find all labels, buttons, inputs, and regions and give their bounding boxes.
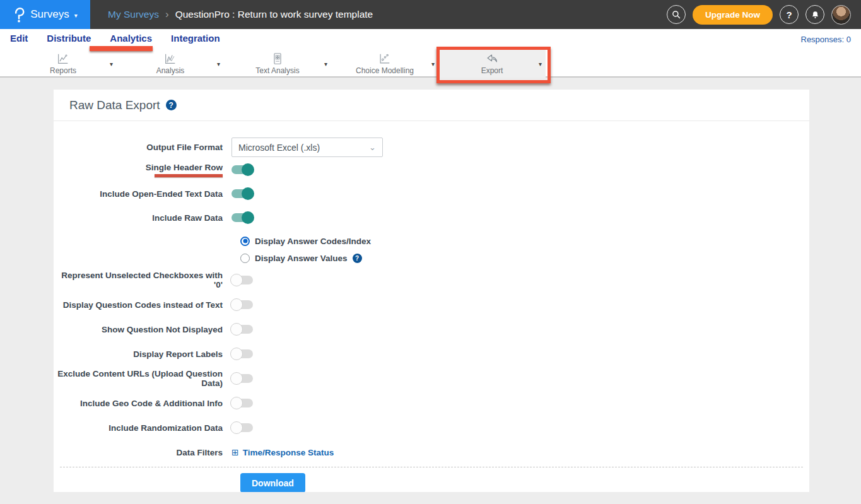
upgrade-now-button[interactable]: Upgrade Now — [693, 5, 773, 25]
toolbar-reports[interactable]: Reports ▾ — [9, 49, 117, 78]
question-not-displayed-toggle[interactable] — [231, 325, 253, 334]
report-labels-toggle[interactable] — [231, 349, 253, 358]
app-window: Surveys ▾ My Surveys › QuestionPro : Ret… — [0, 0, 861, 504]
responses-count: Responses: 0 — [801, 35, 852, 44]
field-label: Include Open-Ended Text Data — [54, 189, 231, 199]
toggle-knob — [230, 274, 243, 286]
field-label: Include Geo Code & Additional Info — [54, 399, 231, 408]
document-grid-icon — [271, 52, 284, 66]
question-codes-toggle[interactable] — [231, 300, 253, 309]
include-raw-data-toggle[interactable] — [231, 213, 253, 222]
toggle-knob — [230, 397, 243, 409]
raw-data-export-panel: Raw Data Export ? Output File Format Mic… — [54, 90, 809, 492]
geo-code-toggle[interactable] — [231, 399, 253, 407]
raw-data-row: Include Raw Data — [54, 211, 809, 224]
help-button[interactable]: ? — [780, 5, 799, 24]
header-actions: Upgrade Now ? — [667, 5, 861, 25]
toolbar-analysis[interactable]: Analysis ▾ — [117, 49, 224, 78]
scatter-chart-icon — [378, 52, 392, 66]
product-menu-label: Surveys — [30, 8, 69, 21]
toolbar-choice-modelling[interactable]: Choice Modelling ▾ — [331, 49, 438, 78]
expand-plus-icon: ⊞ — [231, 447, 239, 457]
top-header: Surveys ▾ My Surveys › QuestionPro : Ret… — [0, 0, 861, 29]
analytics-toolbar: Reports ▾ Analysis ▾ Text Analysis ▾ Cho… — [0, 49, 861, 78]
breadcrumb-separator-icon: › — [165, 8, 169, 21]
text-analysis-dropdown-caret[interactable]: ▾ — [324, 60, 327, 67]
tab-integration[interactable]: Integration — [171, 29, 220, 49]
unselected-checkboxes-toggle[interactable] — [231, 276, 253, 284]
field-label: Exclude Content URLs (Upload Question Da… — [54, 369, 231, 388]
download-row: Download — [240, 473, 809, 492]
field-label: Data Filters — [54, 448, 231, 457]
breadcrumb: My Surveys › QuestionPro : Return to wor… — [108, 8, 373, 21]
report-labels-row: Display Report Labels — [54, 348, 809, 360]
field-label: Display Question Codes instead of Text — [54, 300, 231, 310]
export-arrow-icon — [485, 52, 499, 66]
toggle-knob — [230, 372, 243, 385]
toolbar-export[interactable]: Export ▾ — [438, 49, 546, 78]
questionpro-logo-icon — [13, 6, 25, 23]
multi-line-chart-icon — [163, 52, 177, 66]
randomization-data-row: Include Randomization Data — [54, 421, 809, 434]
bell-icon — [811, 10, 820, 20]
time-response-status-label: Time/Response Status — [243, 448, 334, 457]
single-header-row-toggle[interactable] — [231, 165, 253, 174]
user-avatar[interactable] — [831, 5, 851, 25]
exclude-content-urls-row: Exclude Content URLs (Upload Question Da… — [54, 372, 809, 385]
notifications-button[interactable] — [805, 5, 824, 24]
answer-values-help-icon[interactable]: ? — [353, 254, 362, 263]
open-ended-row: Include Open-Ended Text Data — [54, 187, 809, 200]
export-dropdown-caret[interactable]: ▾ — [539, 60, 542, 67]
answer-values-radio-option[interactable]: Display Answer Values ? — [240, 252, 809, 264]
single-header-row: Single Header Row — [54, 163, 809, 176]
randomization-data-toggle[interactable] — [231, 423, 253, 432]
search-button[interactable] — [667, 5, 686, 24]
toggle-knob — [230, 421, 243, 434]
analysis-dropdown-caret[interactable]: ▾ — [217, 60, 220, 67]
output-format-row: Output File Format Microsoft Excel (.xls… — [54, 138, 809, 157]
chevron-down-icon: ▾ — [74, 12, 78, 19]
exclude-content-urls-toggle[interactable] — [231, 374, 253, 383]
breadcrumb-my-surveys[interactable]: My Surveys — [108, 9, 159, 20]
panel-header: Raw Data Export ? — [54, 90, 809, 121]
panel-help-icon[interactable]: ? — [166, 100, 177, 110]
tab-distribute[interactable]: Distribute — [47, 29, 91, 49]
unselected-checkboxes-row: Represent Unselected Checkboxes with '0' — [54, 274, 809, 286]
toolbar-text-analysis-label: Text Analysis — [255, 66, 299, 75]
answer-codes-radio-option[interactable]: Display Answer Codes/Index — [240, 235, 809, 247]
toolbar-choice-modelling-label: Choice Modelling — [356, 66, 414, 75]
chevron-down-icon: ⌄ — [369, 143, 376, 152]
dashed-divider — [60, 467, 803, 467]
question-not-displayed-row: Show Question Not Displayed — [54, 323, 809, 336]
toolbar-text-analysis[interactable]: Text Analysis ▾ — [224, 49, 331, 78]
include-open-ended-toggle[interactable] — [231, 189, 253, 198]
question-mark-icon: ? — [786, 9, 792, 20]
radio-label: Display Answer Values — [255, 254, 348, 263]
download-button[interactable]: Download — [240, 473, 305, 492]
toggle-knob — [242, 211, 254, 224]
toolbar-export-label: Export — [481, 66, 503, 75]
field-label: Show Question Not Displayed — [54, 325, 231, 334]
radio-unselected-icon — [240, 254, 250, 263]
tab-analytics[interactable]: Analytics — [110, 29, 152, 49]
toggle-knob — [242, 163, 254, 176]
panel-title: Raw Data Export — [69, 98, 160, 112]
field-label: Include Randomization Data — [54, 423, 231, 433]
field-label: Output File Format — [54, 143, 231, 152]
line-chart-icon — [56, 52, 70, 66]
field-label: Display Report Labels — [54, 349, 231, 359]
field-label-annotated: Single Header Row — [54, 163, 231, 177]
product-menu[interactable]: Surveys ▾ — [0, 0, 90, 29]
time-response-status-link[interactable]: ⊞ Time/Response Status — [231, 447, 334, 457]
tab-edit[interactable]: Edit — [10, 29, 28, 49]
field-label: Represent Unselected Checkboxes with '0' — [54, 271, 231, 290]
search-icon — [671, 9, 681, 20]
toggle-knob — [242, 187, 254, 200]
geo-code-row: Include Geo Code & Additional Info — [54, 397, 809, 409]
answer-display-radio-group: Display Answer Codes/Index Display Answe… — [240, 235, 809, 264]
toolbar-analysis-label: Analysis — [156, 66, 185, 75]
choice-modelling-dropdown-caret[interactable]: ▾ — [431, 60, 435, 67]
reports-dropdown-caret[interactable]: ▾ — [110, 60, 113, 67]
toggle-knob — [230, 323, 243, 336]
output-format-select[interactable]: Microsoft Excel (.xls) ⌄ — [231, 138, 383, 157]
